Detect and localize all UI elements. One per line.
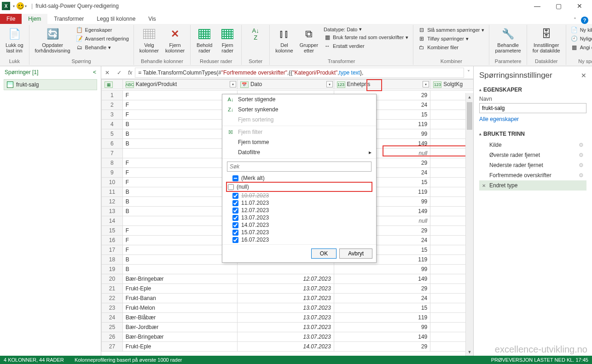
table-row[interactable]: 26Bær-Bringebær13.07.202314910 [102, 332, 474, 342]
filter-value-item[interactable]: 15.07.2023 [226, 229, 372, 236]
formula-expand-icon[interactable]: ˅ [464, 69, 473, 76]
text-type-icon: ABC [126, 81, 134, 88]
refresh-preview-button[interactable]: 🔄 Oppdater forhåndsvisning [32, 25, 73, 55]
step-settings-icon[interactable]: ⚙ [579, 162, 584, 168]
replace-values-button[interactable]: ↔Erstatt verdier [322, 42, 410, 50]
tab-transform[interactable]: Transformer [47, 14, 90, 24]
enter-data-icon: ▦ [571, 44, 578, 51]
table-row[interactable]: 20Bær-Bringebær12.07.202314912 [102, 274, 474, 284]
group-by-button[interactable]: ⧉Grupper etter [297, 25, 321, 55]
filter-search-input[interactable] [227, 162, 371, 172]
applied-step[interactable]: Forfremmede overskrifter⚙ [479, 170, 586, 180]
ribbon-collapse-icon[interactable]: ˄ [574, 17, 576, 23]
append-queries-button[interactable]: ⊞Tilføy spørringer ▾ [416, 35, 486, 43]
filter-value-item[interactable]: (null) [226, 182, 372, 192]
formula-cancel-icon[interactable]: ✕ [101, 69, 113, 76]
filter-value-item[interactable]: 16.07.2023 [226, 236, 372, 243]
formula-input[interactable]: = Table.TransformColumnTypes(#"Forfremme… [135, 68, 464, 78]
remove-empty[interactable]: Fjern tomme [222, 137, 376, 147]
applied-step[interactable]: Endret type [479, 180, 586, 191]
filter-icon[interactable]: ▾ [423, 81, 429, 87]
maximize-button[interactable]: ▢ [548, 0, 569, 12]
clear-filter-icon: ☒ [227, 129, 234, 135]
minimize-button[interactable]: — [527, 0, 548, 12]
cancel-button[interactable]: Avbryt [339, 248, 372, 259]
smiley-icon[interactable] [17, 2, 24, 10]
tab-view[interactable]: Vis [142, 14, 162, 24]
ok-button[interactable]: OK [311, 248, 337, 259]
applied-step[interactable]: Øverste rader fjernet⚙ [479, 150, 586, 160]
table-row[interactable]: 25Bær-Jordbær13.07.20239926 [102, 323, 474, 332]
column-header-dato[interactable]: 📅Dato▾ [237, 80, 334, 89]
step-settings-icon[interactable]: ⚙ [579, 172, 584, 179]
applied-step[interactable]: Kilde⚙ [479, 140, 586, 150]
formula-accept-icon[interactable]: ✓ [113, 69, 125, 76]
manage-button[interactable]: 🗂Behandle ▾ [74, 43, 131, 52]
qa-dropdown-icon[interactable]: ▾ [13, 4, 15, 8]
combine-files-button[interactable]: 🗀Kombiner filer [416, 43, 486, 52]
smiley-dropdown-icon[interactable]: ▾ [25, 4, 27, 8]
enter-data-button[interactable]: ▦Angi data [569, 43, 592, 52]
advanced-editor-button[interactable]: 📝Avansert redigering [74, 35, 131, 43]
step-settings-icon[interactable]: ⚙ [579, 142, 584, 148]
keep-rows-button[interactable]: Behold rader [193, 25, 215, 55]
applied-step[interactable]: Nederste rader fjernet⚙ [479, 160, 586, 170]
column-header-enhetpris[interactable]: 123Enhetpris▾ [334, 80, 430, 89]
row-header-corner[interactable]: ▦ [102, 80, 123, 89]
remove-columns-button[interactable]: ✕Fjern kolonner [163, 25, 187, 55]
manage-parameters-button[interactable]: 🔧Behandle parametere [492, 25, 523, 55]
table-row[interactable]: 24Bær-Blåbær13.07.202311916 [102, 313, 474, 323]
filter-value-item[interactable]: 10.07.2023 [226, 192, 372, 199]
filter-value-item[interactable]: 12.07.2023 [226, 207, 372, 214]
recent-sources-button[interactable]: 🕘Nylige kilder ▾ [569, 35, 592, 43]
datatype-button[interactable]: Datatype: Dato ▾ [322, 26, 410, 33]
split-column-button[interactable]: ⫿⫿Del kolonne [273, 25, 296, 55]
close-load-button[interactable]: 📄 Lukk og last inn [3, 25, 26, 55]
scroll-thumb[interactable] [467, 102, 472, 130]
close-window-button[interactable]: ✕ [569, 0, 590, 12]
remove-rows-button[interactable]: Fjern rader [216, 25, 238, 55]
column-header-kategori[interactable]: ABCKategori/Produkt▾ [122, 80, 237, 89]
settings-close-icon[interactable]: ✕ [581, 72, 586, 79]
filter-icon[interactable]: ▾ [326, 81, 333, 87]
merge-queries-button[interactable]: ⊟Slå sammen spørringer ▾ [416, 26, 486, 34]
vertical-scrollbar[interactable]: ▲ ▼ [465, 93, 473, 356]
keep-rows-icon [197, 27, 212, 41]
scroll-down-icon[interactable]: ▼ [466, 348, 473, 356]
sort-ascending[interactable]: A↓Sorter stigende [222, 94, 376, 104]
query-name-input[interactable] [479, 103, 586, 113]
filter-value-item[interactable]: 11.07.2023 [226, 199, 372, 207]
filter-value-item[interactable]: (Merk alt) [226, 174, 372, 182]
date-filters[interactable]: Datofiltre▸ [222, 147, 376, 157]
filter-icon[interactable]: ▾ [230, 81, 236, 87]
data-source-settings-button[interactable]: 🗄Innstillinger for datakilde [530, 25, 563, 55]
choose-columns-button[interactable]: Velg kolonner [137, 25, 162, 55]
tab-add-column[interactable]: Legg til kolonne [90, 14, 142, 24]
table-row[interactable]: 23Frukt-Melon13.07.20231542 [102, 303, 474, 313]
step-settings-icon[interactable]: ⚙ [579, 152, 584, 158]
manage-icon: 🗂 [76, 44, 83, 51]
filter-value-item[interactable]: 13.07.2023 [226, 214, 372, 221]
help-icon[interactable]: ? [581, 17, 588, 24]
sort-asc-button[interactable]: A↓Z [244, 25, 267, 43]
properties-section-header[interactable]: EGENSKAPER [479, 87, 586, 93]
filter-value-item[interactable]: 14.07.2023 [226, 221, 372, 229]
table-row[interactable]: 22Frukt-Banan13.07.20232462 [102, 294, 474, 303]
new-source-button[interactable]: 📄Ny kilde ▾ [569, 26, 592, 34]
column-header-solgtkg[interactable]: 123SolgtKg▾ [430, 80, 473, 89]
properties-button[interactable]: 📋Egenskaper [74, 26, 131, 34]
fx-icon[interactable]: fx [125, 69, 135, 76]
sort-descending[interactable]: Z↓Sorter synkende [222, 104, 376, 115]
first-row-headers-button[interactable]: ▦Bruk første rad som overskrifter ▾ [322, 33, 410, 41]
table-row[interactable]: 19B9920 [102, 265, 474, 274]
scroll-up-icon[interactable]: ▲ [466, 93, 473, 101]
applied-steps-header[interactable]: BRUKTE TRINN [479, 131, 586, 137]
queries-collapse-icon[interactable]: < [93, 69, 96, 75]
tab-home[interactable]: Hjem [22, 14, 47, 24]
tab-file[interactable]: File [0, 14, 22, 24]
group-by-icon: ⧉ [302, 27, 316, 41]
table-row[interactable]: 21Frukt-Eple13.07.20232954 [102, 284, 474, 294]
query-item[interactable]: frukt-salg [4, 79, 97, 90]
table-row[interactable]: 27Frukt-Eple14.07.20232952 [102, 342, 474, 352]
all-properties-link[interactable]: Alle egenskaper [479, 116, 519, 122]
